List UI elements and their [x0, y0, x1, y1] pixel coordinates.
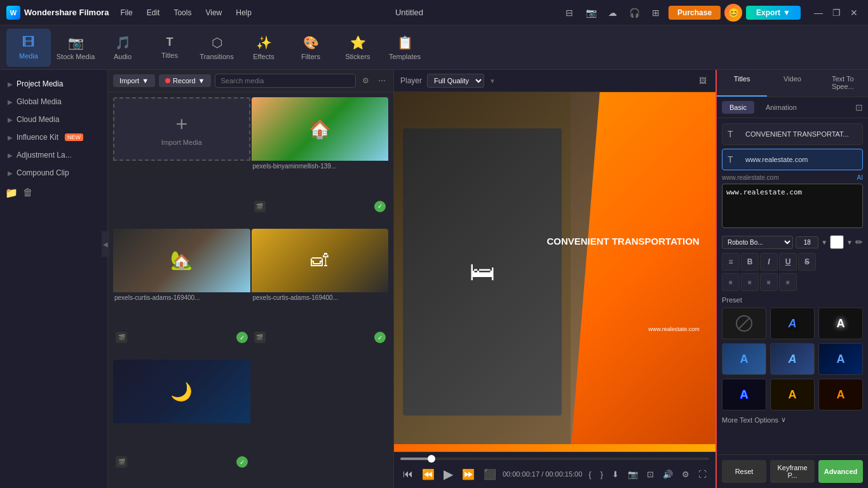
- audio-button[interactable]: 🔊: [660, 468, 675, 480]
- profile-avatar[interactable]: 😊: [724, 4, 742, 22]
- apps-icon[interactable]: ⊞: [647, 4, 665, 22]
- toolbar-audio[interactable]: 🎵 Audio: [100, 29, 145, 67]
- mark-out-button[interactable]: }: [598, 468, 606, 480]
- settings-button[interactable]: ⚙: [679, 468, 692, 480]
- paint-icon[interactable]: ✏: [855, 237, 863, 247]
- preset-item-2[interactable]: T www.realestate.com: [722, 149, 863, 170]
- strikethrough-button[interactable]: S: [798, 253, 816, 271]
- preset-item-dark[interactable]: A: [818, 308, 863, 339]
- align-center-button[interactable]: ≡: [741, 273, 759, 291]
- media-item-house1[interactable]: 🏠 ✓ 🎬 pexels-binyaminmellish-139...: [252, 97, 389, 227]
- media-item-house2[interactable]: 🏡 ✓ 🎬 pexels-curtis-adams-169400...: [113, 229, 250, 359]
- toolbar-transitions[interactable]: ⬡ Transitions: [194, 29, 239, 67]
- frame-back-button[interactable]: ⏪: [419, 467, 437, 482]
- more-options-icon[interactable]: ⋯: [376, 74, 388, 88]
- toolbar-stock-label: Stock Media: [57, 53, 95, 60]
- media-badge4: 🎬: [116, 456, 127, 468]
- italic-button[interactable]: I: [760, 253, 778, 271]
- pip-button[interactable]: ⊡: [644, 468, 656, 480]
- menu-tools[interactable]: Tools: [167, 6, 198, 20]
- font-size-input[interactable]: [796, 236, 818, 248]
- preset-item-grad1[interactable]: A: [722, 343, 766, 375]
- format-lines-button[interactable]: ≡: [722, 253, 740, 271]
- sidebar-item-adjustment[interactable]: ▶ Adjustment La...: [0, 146, 107, 164]
- win-maximize[interactable]: ❐: [829, 5, 844, 20]
- win-minimize[interactable]: —: [811, 5, 826, 20]
- preset-item-disabled[interactable]: [722, 308, 766, 339]
- preset-item-gold2[interactable]: A: [818, 379, 863, 410]
- toolbar-stickers[interactable]: ⭐ Stickers: [336, 29, 380, 67]
- reset-button[interactable]: Reset: [722, 460, 766, 483]
- advanced-button[interactable]: Advanced: [818, 460, 863, 483]
- preset-item-blue2[interactable]: A: [818, 343, 863, 375]
- preset-item-1[interactable]: T CONVENIENT TRANSPORTAT...: [722, 123, 863, 145]
- import-button[interactable]: Import ▼: [113, 74, 155, 87]
- text-textarea[interactable]: www.realestate.com: [722, 184, 863, 228]
- stop-button[interactable]: ⬛: [481, 467, 499, 482]
- more-text-options[interactable]: More Text Options ∨: [722, 416, 863, 424]
- frame-forward-button[interactable]: ⏩: [459, 467, 477, 482]
- preset-item-grad2[interactable]: A: [770, 343, 815, 375]
- underline-button[interactable]: U: [779, 253, 797, 271]
- preset-item-blue1[interactable]: A: [770, 308, 815, 339]
- sidebar-item-global-media[interactable]: ▶ Global Media: [0, 93, 107, 111]
- preset-item-outline[interactable]: A: [722, 379, 766, 410]
- toolbar-stock-media[interactable]: 📷 Stock Media: [53, 29, 98, 67]
- preview-screenshot-icon[interactable]: 🖼: [696, 74, 709, 88]
- font-select[interactable]: Roboto Bo...: [722, 236, 793, 249]
- headset-icon[interactable]: 🎧: [625, 4, 643, 22]
- filter-icon[interactable]: ⚙: [360, 74, 372, 88]
- sidebar-item-cloud-media[interactable]: ▶ Cloud Media: [0, 111, 107, 128]
- tab-text-to-speech[interactable]: Text To Spee...: [818, 70, 868, 97]
- sidebar-item-project-media[interactable]: ▶ Project Media: [0, 75, 107, 93]
- color-dropdown[interactable]: ▼: [846, 239, 853, 246]
- font-size-dropdown[interactable]: ▼: [821, 239, 827, 246]
- snapshot-button[interactable]: 📷: [625, 468, 641, 480]
- subtab-basic[interactable]: Basic: [722, 101, 754, 114]
- cloud-icon[interactable]: ☁: [604, 4, 621, 22]
- play-button[interactable]: ▶: [441, 465, 456, 483]
- toolbar-effects[interactable]: ✨ Effects: [241, 29, 286, 67]
- tab-video[interactable]: Video: [767, 70, 817, 97]
- minimize-icon[interactable]: ⊟: [560, 4, 578, 22]
- media-item-house4[interactable]: 🌙 ✓ 🎬: [113, 360, 250, 483]
- sidebar-item-compound-clip[interactable]: ▶ Compound Clip: [0, 164, 107, 182]
- new-folder-icon[interactable]: 📁: [5, 187, 18, 199]
- align-left-button[interactable]: ≡: [722, 273, 740, 291]
- color-swatch[interactable]: [830, 235, 844, 249]
- menu-help[interactable]: Help: [229, 6, 258, 20]
- delete-folder-icon[interactable]: 🗑: [23, 187, 33, 199]
- scrubber-thumb[interactable]: [428, 455, 435, 463]
- toolbar-templates[interactable]: 📋 Templates: [383, 29, 427, 67]
- keyframe-button[interactable]: Keyframe P...: [770, 460, 815, 483]
- win-close[interactable]: ✕: [846, 5, 862, 20]
- camera-icon[interactable]: 📷: [582, 4, 600, 22]
- bold-button[interactable]: B: [741, 253, 759, 271]
- tab-titles[interactable]: Titles: [717, 70, 767, 97]
- export-button[interactable]: Export ▼: [746, 6, 801, 20]
- panel-collapse[interactable]: ◀: [102, 231, 109, 257]
- skip-back-button[interactable]: ⏮: [400, 467, 416, 481]
- preset-item-gold1[interactable]: A: [770, 379, 815, 410]
- insert-button[interactable]: ⬇: [609, 468, 621, 480]
- menu-view[interactable]: View: [199, 6, 228, 20]
- menu-file[interactable]: File: [114, 6, 139, 20]
- subtab-animation[interactable]: Animation: [758, 101, 804, 114]
- align-right-button[interactable]: ≡: [760, 273, 778, 291]
- sidebar-item-influence-kit[interactable]: ▶ Influence Kit NEW: [0, 128, 107, 146]
- media-item-house3[interactable]: 🛋 ✓ 🎬 pexels-curtis-adams-169400...: [252, 229, 389, 359]
- toolbar-filters[interactable]: 🎨 Filters: [288, 29, 333, 67]
- quality-select[interactable]: Full Quality: [427, 74, 484, 88]
- menu-edit[interactable]: Edit: [140, 6, 166, 20]
- import-media-tile[interactable]: + Import Media: [113, 97, 250, 227]
- expand-button[interactable]: ⊡: [855, 102, 863, 112]
- toolbar-titles[interactable]: T Titles: [147, 29, 192, 67]
- fullscreen-button[interactable]: ⛶: [696, 468, 709, 480]
- mark-in-button[interactable]: {: [586, 468, 593, 480]
- record-button[interactable]: Record ▼: [159, 74, 211, 87]
- purchase-button[interactable]: Purchase: [668, 6, 721, 20]
- search-input[interactable]: [215, 74, 356, 88]
- timeline-scrubber[interactable]: [400, 458, 709, 460]
- toolbar-media[interactable]: 🎞 Media: [6, 29, 51, 67]
- align-justify-button[interactable]: ≡: [779, 273, 797, 291]
